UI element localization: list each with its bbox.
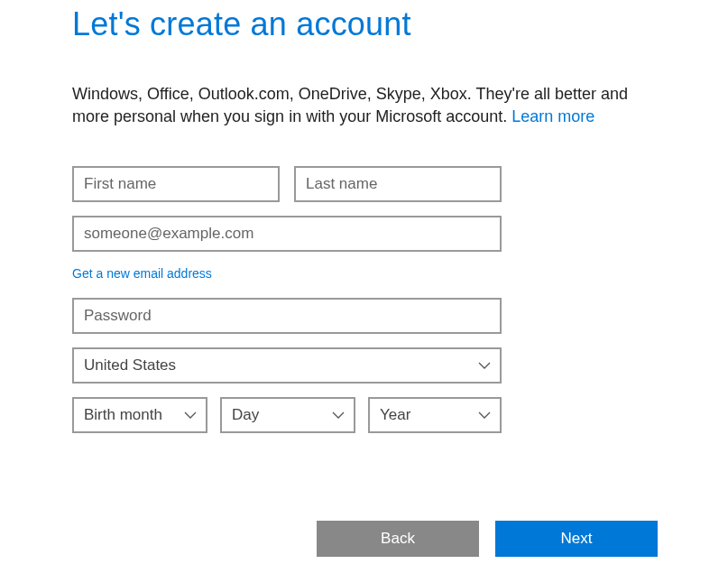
chevron-down-icon <box>332 409 345 421</box>
description-text: Windows, Office, Outlook.com, OneDrive, … <box>72 83 656 128</box>
chevron-down-icon <box>478 409 491 421</box>
birth-day-select[interactable]: Day <box>220 397 355 433</box>
birth-day-value: Day <box>232 406 259 424</box>
next-button[interactable]: Next <box>495 521 658 557</box>
birth-year-value: Year <box>380 406 410 424</box>
get-new-email-link[interactable]: Get a new email address <box>72 266 212 281</box>
page-title: Let's create an account <box>72 5 656 43</box>
last-name-input[interactable] <box>294 166 502 202</box>
back-button[interactable]: Back <box>317 521 479 557</box>
chevron-down-icon <box>478 359 491 372</box>
email-input[interactable] <box>72 216 502 252</box>
birth-year-select[interactable]: Year <box>368 397 502 433</box>
country-selected-value: United States <box>84 356 176 374</box>
birth-month-select[interactable]: Birth month <box>72 397 207 433</box>
learn-more-link[interactable]: Learn more <box>511 107 594 125</box>
birth-month-value: Birth month <box>84 406 162 424</box>
country-select[interactable]: United States <box>72 347 502 384</box>
password-input[interactable] <box>72 298 502 334</box>
chevron-down-icon <box>184 409 197 421</box>
first-name-input[interactable] <box>72 166 280 202</box>
